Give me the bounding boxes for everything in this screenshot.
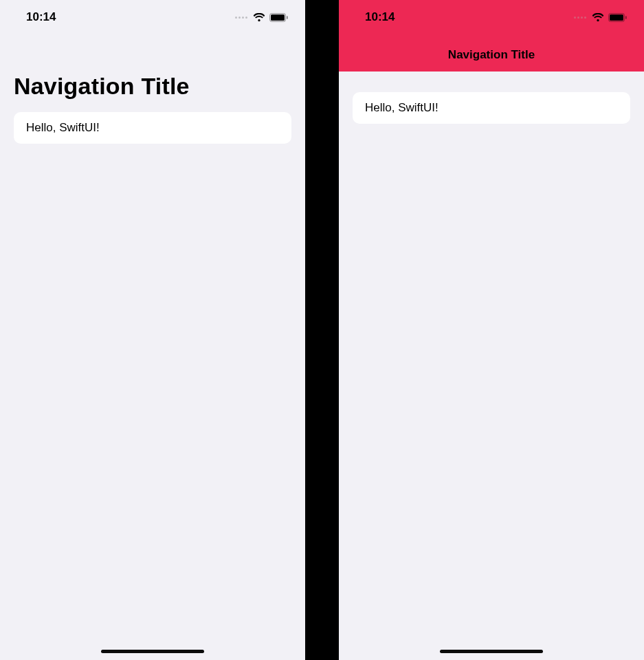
svg-rect-5: [625, 16, 627, 19]
nav-large-title: Navigation Title: [14, 73, 291, 100]
phone-right: Navigation Title 10:14 Hello, SwiftUI!: [339, 0, 644, 660]
status-right: [235, 13, 289, 22]
svg-rect-1: [271, 14, 285, 21]
battery-icon: [269, 13, 289, 22]
home-indicator[interactable]: [440, 650, 543, 653]
svg-rect-4: [610, 14, 623, 21]
cellular-icon: [235, 16, 247, 19]
status-time: 10:14: [365, 10, 395, 24]
status-bar: 10:14: [339, 0, 644, 34]
list-content[interactable]: Hello, SwiftUI!: [0, 104, 305, 144]
list-item[interactable]: Hello, SwiftUI!: [14, 112, 291, 144]
nav-inline-title: Navigation Title: [448, 48, 535, 62]
list-item-label: Hello, SwiftUI!: [365, 101, 438, 114]
battery-icon: [608, 13, 628, 22]
svg-rect-2: [287, 16, 288, 19]
status-right: [574, 13, 628, 22]
status-bar: 10:14: [0, 0, 305, 34]
cellular-icon: [574, 16, 586, 19]
home-indicator[interactable]: [101, 650, 204, 653]
nav-large-title-area: Navigation Title: [0, 34, 305, 104]
list-item[interactable]: Hello, SwiftUI!: [353, 92, 630, 124]
phone-left: 10:14 Navigation Title Hello, SwiftUI!: [0, 0, 305, 660]
wifi-icon: [592, 13, 604, 22]
list-item-label: Hello, SwiftUI!: [26, 121, 100, 134]
divider: [305, 0, 339, 660]
wifi-icon: [253, 13, 265, 22]
status-time: 10:14: [26, 10, 56, 24]
